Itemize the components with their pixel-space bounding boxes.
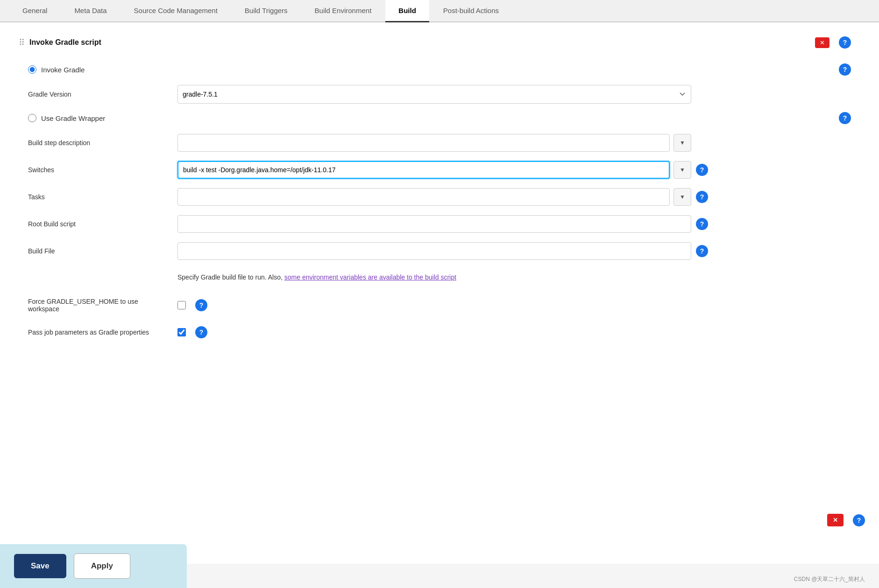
footer-info: CSDN @天草二十六_简村人	[794, 575, 865, 583]
switches-row: Switches ▼ ?	[28, 161, 851, 179]
use-wrapper-radio-row: Use Gradle Wrapper ?	[28, 112, 851, 124]
hint-row: Specify Gradle build file to run. Also, …	[28, 269, 851, 287]
delete-button[interactable]: ✕	[815, 37, 829, 48]
form-section: Invoke Gradle ? Gradle Version gradle-7.…	[28, 63, 851, 342]
switches-label: Switches	[28, 166, 177, 174]
hint-text: Specify Gradle build file to run. Also, …	[177, 273, 456, 282]
build-step-expand-btn[interactable]: ▼	[673, 134, 691, 152]
build-step-row: Build step description ▼	[28, 133, 851, 152]
gradle-version-label: Gradle Version	[28, 91, 177, 98]
tab-post-build[interactable]: Post-build Actions	[430, 0, 512, 22]
switches-input[interactable]	[177, 161, 670, 179]
tasks-control: ▼	[177, 188, 691, 206]
tab-build-environment[interactable]: Build Environment	[302, 0, 385, 22]
force-gradle-control	[177, 301, 186, 309]
tab-bar: General Meta Data Source Code Management…	[0, 0, 879, 22]
bottom-bar: Save Apply	[0, 544, 187, 588]
pass-job-checkbox[interactable]	[177, 328, 186, 336]
switches-expand-btn[interactable]: ▼	[673, 161, 691, 179]
root-build-script-label: Root Build script	[28, 220, 177, 228]
tasks-label: Tasks	[28, 193, 177, 201]
invoke-gradle-help-icon[interactable]: ?	[839, 63, 851, 76]
root-build-script-help-icon[interactable]: ?	[696, 218, 708, 230]
tab-build-triggers[interactable]: Build Triggers	[232, 0, 301, 22]
invoke-gradle-radio[interactable]	[28, 65, 36, 74]
apply-button[interactable]: Apply	[74, 553, 130, 579]
build-file-help-icon[interactable]: ?	[696, 245, 708, 257]
pass-job-label: Pass job parameters as Gradle properties	[28, 329, 177, 336]
use-gradle-wrapper-radio[interactable]	[28, 114, 36, 122]
section-header: ⠿ Invoke Gradle script ✕ ?	[19, 36, 851, 52]
pass-job-control	[177, 328, 186, 336]
section-title: Invoke Gradle script	[29, 38, 101, 47]
build-step-input[interactable]	[177, 134, 670, 152]
bottom-action-area: ✕ ?	[827, 514, 865, 526]
force-gradle-help-icon[interactable]: ?	[195, 299, 207, 311]
hint-text-control: Specify Gradle build file to run. Also, …	[177, 271, 691, 282]
invoke-gradle-radio-row: Invoke Gradle ?	[28, 63, 851, 76]
invoke-gradle-label[interactable]: Invoke Gradle	[41, 66, 85, 74]
force-gradle-label: Force GRADLE_USER_HOME to use workspace	[28, 298, 177, 313]
tab-general[interactable]: General	[9, 0, 60, 22]
tasks-expand-btn[interactable]: ▼	[673, 188, 691, 206]
tasks-row: Tasks ▼ ?	[28, 188, 851, 206]
force-gradle-checkbox[interactable]	[177, 301, 186, 309]
tasks-input[interactable]	[177, 188, 670, 206]
build-step-label: Build step description	[28, 139, 177, 147]
build-file-control	[177, 242, 691, 260]
save-button[interactable]: Save	[14, 554, 66, 578]
gradle-version-row: Gradle Version gradle-7.5.1	[28, 85, 851, 104]
pass-job-help-icon[interactable]: ?	[195, 326, 207, 338]
hint-link[interactable]: some environment variables are available…	[284, 273, 456, 281]
force-gradle-row: Force GRADLE_USER_HOME to use workspace …	[28, 296, 851, 315]
drag-handle-icon[interactable]: ⠿	[19, 37, 25, 48]
switches-control: ▼	[177, 161, 691, 179]
build-step-control: ▼	[177, 134, 691, 152]
use-wrapper-help-icon[interactable]: ?	[839, 112, 851, 124]
main-content: ⠿ Invoke Gradle script ✕ ? Invoke Gradle…	[0, 22, 879, 564]
bottom-delete-button[interactable]: ✕	[827, 514, 844, 526]
tab-source-code[interactable]: Source Code Management	[121, 0, 231, 22]
use-gradle-wrapper-label[interactable]: Use Gradle Wrapper	[41, 114, 105, 122]
gradle-version-control: gradle-7.5.1	[177, 85, 691, 104]
gradle-version-select[interactable]: gradle-7.5.1	[177, 85, 691, 104]
switches-help-icon[interactable]: ?	[696, 164, 708, 176]
section-help-icon[interactable]: ?	[839, 36, 851, 49]
root-build-script-control	[177, 215, 691, 233]
root-build-script-row: Root Build script ?	[28, 215, 851, 233]
root-build-script-input[interactable]	[177, 215, 691, 233]
build-file-row: Build File ?	[28, 242, 851, 260]
tab-metadata[interactable]: Meta Data	[61, 0, 120, 22]
tab-build[interactable]: Build	[385, 0, 429, 22]
pass-job-row: Pass job parameters as Gradle properties…	[28, 323, 851, 342]
build-file-input[interactable]	[177, 242, 691, 260]
tasks-help-icon[interactable]: ?	[696, 191, 708, 203]
build-file-label: Build File	[28, 247, 177, 255]
bottom-help-icon[interactable]: ?	[853, 514, 865, 526]
